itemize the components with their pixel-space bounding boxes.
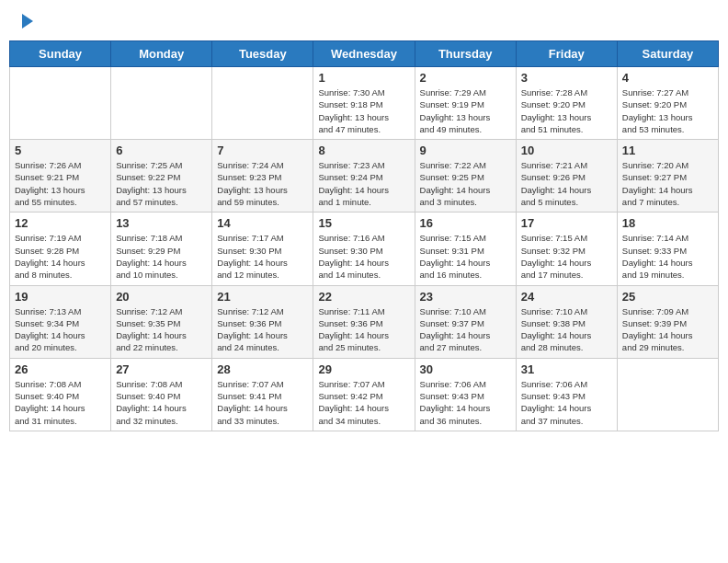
weekday-header-tuesday: Tuesday [212, 41, 313, 67]
day-number: 27 [116, 362, 207, 376]
day-number: 21 [217, 290, 308, 304]
calendar-cell: 1Sunrise: 7:30 AM Sunset: 9:18 PM Daylig… [313, 67, 415, 140]
day-number: 5 [15, 144, 106, 157]
calendar-week-row: 19Sunrise: 7:13 AM Sunset: 9:34 PM Dayli… [10, 285, 719, 358]
weekday-header-friday: Friday [516, 41, 617, 67]
day-number: 9 [420, 144, 511, 157]
weekday-header-monday: Monday [111, 41, 212, 67]
day-info: Sunrise: 7:07 AM Sunset: 9:42 PM Dayligh… [318, 378, 409, 427]
logo-arrow-icon [22, 14, 33, 29]
day-info: Sunrise: 7:24 AM Sunset: 9:23 PM Dayligh… [217, 159, 308, 208]
day-info: Sunrise: 7:15 AM Sunset: 9:32 PM Dayligh… [521, 232, 612, 281]
day-info: Sunrise: 7:26 AM Sunset: 9:21 PM Dayligh… [15, 159, 106, 208]
day-info: Sunrise: 7:14 AM Sunset: 9:33 PM Dayligh… [622, 232, 713, 281]
day-number: 13 [116, 216, 207, 230]
day-number: 31 [521, 362, 612, 376]
day-info: Sunrise: 7:13 AM Sunset: 9:34 PM Dayligh… [15, 305, 106, 354]
calendar-cell: 14Sunrise: 7:17 AM Sunset: 9:30 PM Dayli… [212, 213, 313, 285]
day-info: Sunrise: 7:23 AM Sunset: 9:24 PM Dayligh… [318, 159, 409, 208]
day-info: Sunrise: 7:09 AM Sunset: 9:39 PM Dayligh… [622, 305, 713, 354]
calendar-week-row: 5Sunrise: 7:26 AM Sunset: 9:21 PM Daylig… [10, 140, 719, 213]
calendar-cell: 30Sunrise: 7:06 AM Sunset: 9:43 PM Dayli… [415, 358, 516, 431]
calendar-week-row: 12Sunrise: 7:19 AM Sunset: 9:28 PM Dayli… [10, 213, 719, 285]
calendar-cell: 17Sunrise: 7:15 AM Sunset: 9:32 PM Dayli… [516, 213, 617, 285]
calendar-cell: 22Sunrise: 7:11 AM Sunset: 9:36 PM Dayli… [313, 285, 415, 358]
day-number: 20 [116, 290, 207, 304]
day-number: 19 [15, 290, 106, 304]
weekday-header-saturday: Saturday [617, 41, 718, 67]
calendar-cell: 5Sunrise: 7:26 AM Sunset: 9:21 PM Daylig… [10, 140, 111, 213]
day-info: Sunrise: 7:28 AM Sunset: 9:20 PM Dayligh… [521, 86, 612, 135]
day-number: 3 [521, 71, 612, 85]
calendar-cell: 15Sunrise: 7:16 AM Sunset: 9:30 PM Dayli… [313, 213, 415, 285]
calendar-cell: 12Sunrise: 7:19 AM Sunset: 9:28 PM Dayli… [10, 213, 111, 285]
calendar-cell [617, 358, 718, 431]
calendar-cell: 24Sunrise: 7:10 AM Sunset: 9:38 PM Dayli… [516, 285, 617, 358]
day-number: 22 [318, 290, 409, 304]
day-info: Sunrise: 7:08 AM Sunset: 9:40 PM Dayligh… [116, 378, 207, 427]
day-info: Sunrise: 7:11 AM Sunset: 9:36 PM Dayligh… [318, 305, 409, 354]
weekday-header-row: SundayMondayTuesdayWednesdayThursdayFrid… [10, 41, 719, 67]
calendar-cell: 16Sunrise: 7:15 AM Sunset: 9:31 PM Dayli… [415, 213, 516, 285]
day-number: 12 [15, 216, 106, 230]
day-info: Sunrise: 7:12 AM Sunset: 9:35 PM Dayligh… [116, 305, 207, 354]
calendar-cell: 4Sunrise: 7:27 AM Sunset: 9:20 PM Daylig… [617, 67, 718, 140]
calendar-cell: 11Sunrise: 7:20 AM Sunset: 9:27 PM Dayli… [617, 140, 718, 213]
calendar-cell: 3Sunrise: 7:28 AM Sunset: 9:20 PM Daylig… [516, 67, 617, 140]
day-info: Sunrise: 7:10 AM Sunset: 9:37 PM Dayligh… [420, 305, 511, 354]
calendar-cell [10, 67, 111, 140]
day-number: 24 [521, 290, 612, 304]
calendar-week-row: 1Sunrise: 7:30 AM Sunset: 9:18 PM Daylig… [10, 67, 719, 140]
calendar-cell [212, 67, 313, 140]
day-info: Sunrise: 7:18 AM Sunset: 9:29 PM Dayligh… [116, 232, 207, 281]
day-info: Sunrise: 7:17 AM Sunset: 9:30 PM Dayligh… [217, 232, 308, 281]
calendar-cell: 19Sunrise: 7:13 AM Sunset: 9:34 PM Dayli… [10, 285, 111, 358]
calendar-cell: 10Sunrise: 7:21 AM Sunset: 9:26 PM Dayli… [516, 140, 617, 213]
day-number: 8 [318, 144, 409, 157]
day-info: Sunrise: 7:07 AM Sunset: 9:41 PM Dayligh… [217, 378, 308, 427]
calendar-cell: 31Sunrise: 7:06 AM Sunset: 9:43 PM Dayli… [516, 358, 617, 431]
day-number: 7 [217, 144, 308, 157]
day-info: Sunrise: 7:06 AM Sunset: 9:43 PM Dayligh… [521, 378, 612, 427]
calendar-cell: 21Sunrise: 7:12 AM Sunset: 9:36 PM Dayli… [212, 285, 313, 358]
weekday-header-thursday: Thursday [415, 41, 516, 67]
day-info: Sunrise: 7:25 AM Sunset: 9:22 PM Dayligh… [116, 159, 207, 208]
day-number: 23 [420, 290, 511, 304]
page-header [9, 9, 719, 33]
calendar-cell: 18Sunrise: 7:14 AM Sunset: 9:33 PM Dayli… [617, 213, 718, 285]
calendar-cell: 13Sunrise: 7:18 AM Sunset: 9:29 PM Dayli… [111, 213, 212, 285]
calendar-cell: 6Sunrise: 7:25 AM Sunset: 9:22 PM Daylig… [111, 140, 212, 213]
day-info: Sunrise: 7:22 AM Sunset: 9:25 PM Dayligh… [420, 159, 511, 208]
calendar-week-row: 26Sunrise: 7:08 AM Sunset: 9:40 PM Dayli… [10, 358, 719, 431]
logo [18, 14, 33, 29]
day-info: Sunrise: 7:30 AM Sunset: 9:18 PM Dayligh… [318, 86, 409, 135]
calendar-cell [111, 67, 212, 140]
day-number: 14 [217, 216, 308, 230]
day-number: 29 [318, 362, 409, 376]
day-info: Sunrise: 7:10 AM Sunset: 9:38 PM Dayligh… [521, 305, 612, 354]
day-number: 16 [420, 216, 511, 230]
day-number: 18 [622, 216, 713, 230]
day-info: Sunrise: 7:27 AM Sunset: 9:20 PM Dayligh… [622, 86, 713, 135]
calendar-cell: 7Sunrise: 7:24 AM Sunset: 9:23 PM Daylig… [212, 140, 313, 213]
day-info: Sunrise: 7:21 AM Sunset: 9:26 PM Dayligh… [521, 159, 612, 208]
calendar-cell: 28Sunrise: 7:07 AM Sunset: 9:41 PM Dayli… [212, 358, 313, 431]
calendar-cell: 23Sunrise: 7:10 AM Sunset: 9:37 PM Dayli… [415, 285, 516, 358]
calendar-cell: 25Sunrise: 7:09 AM Sunset: 9:39 PM Dayli… [617, 285, 718, 358]
day-info: Sunrise: 7:06 AM Sunset: 9:43 PM Dayligh… [420, 378, 511, 427]
day-number: 6 [116, 144, 207, 157]
day-number: 4 [622, 71, 713, 85]
day-number: 10 [521, 144, 612, 157]
day-number: 26 [15, 362, 106, 376]
calendar-cell: 26Sunrise: 7:08 AM Sunset: 9:40 PM Dayli… [10, 358, 111, 431]
weekday-header-sunday: Sunday [10, 41, 111, 67]
calendar-cell: 2Sunrise: 7:29 AM Sunset: 9:19 PM Daylig… [415, 67, 516, 140]
calendar-cell: 8Sunrise: 7:23 AM Sunset: 9:24 PM Daylig… [313, 140, 415, 213]
day-number: 30 [420, 362, 511, 376]
calendar-cell: 9Sunrise: 7:22 AM Sunset: 9:25 PM Daylig… [415, 140, 516, 213]
calendar-cell: 20Sunrise: 7:12 AM Sunset: 9:35 PM Dayli… [111, 285, 212, 358]
day-info: Sunrise: 7:15 AM Sunset: 9:31 PM Dayligh… [420, 232, 511, 281]
calendar-table: SundayMondayTuesdayWednesdayThursdayFrid… [9, 40, 719, 431]
day-number: 15 [318, 216, 409, 230]
day-number: 17 [521, 216, 612, 230]
